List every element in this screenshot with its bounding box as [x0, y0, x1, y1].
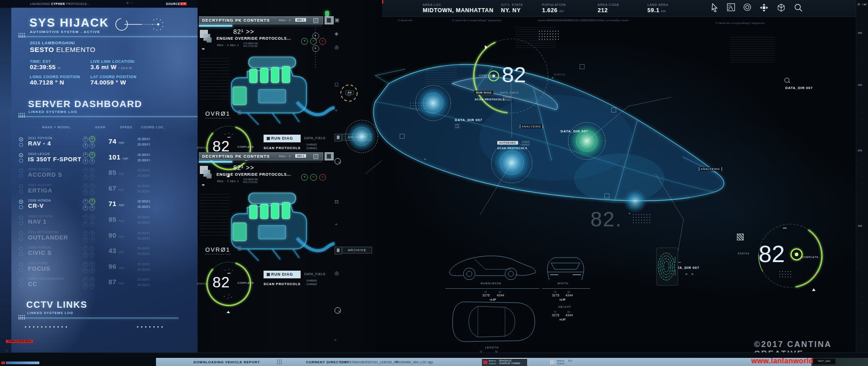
node-icon[interactable]: ▫: [335, 337, 336, 343]
footer-progress-chip: [6, 361, 39, 364]
record-chip-icon: [483, 361, 487, 364]
decrypt-progress-bar: [199, 25, 322, 27]
search-icon[interactable]: [784, 78, 789, 83]
document-chip-icon[interactable]: [325, 152, 334, 160]
lat-label: LAT COORD POSITION: [90, 75, 137, 79]
node-icon[interactable]: ⊡: [335, 199, 339, 205]
run-diag-button[interactable]: RUN DIAG: [264, 135, 301, 142]
window-icon[interactable]: ▣: [335, 17, 339, 23]
panel-header-icon[interactable]: [313, 18, 318, 23]
terminal-text: C:/work>dir s:/engineDiag/* pkg/os/s/p: [452, 19, 501, 22]
abort-button[interactable]: −: [319, 38, 326, 45]
divider: [18, 116, 198, 117]
livelink-value: 3.6 mi W / 33rd St: [90, 64, 132, 70]
confirm-button[interactable]: +: [301, 174, 308, 181]
run-diag-button[interactable]: RUN DIAG: [264, 271, 301, 278]
table-row[interactable]: 2011 MITSUBISHI OUTLANDER PDRN 90 mph 28…: [18, 229, 198, 243]
target-vehicle-year: 2015 LAMBORGHINI: [30, 41, 75, 45]
device-loc-box: 8833x101234x10 DEVICE/LOC43.64/53.80 -74…: [482, 358, 527, 366]
row-coords: 28.3834'128.3834'1: [137, 183, 150, 194]
scan-protocols-label: SCAN PROTOCOLS: [497, 147, 527, 150]
land-area-cell: LAND AREA59.1 km: [647, 3, 669, 14]
document-chip-icon[interactable]: [325, 16, 334, 24]
fingerprint-scanner[interactable]: [656, 248, 678, 286]
crosshair-icon: [277, 359, 282, 365]
page-title: SYS HIJACK: [29, 16, 109, 30]
ruler: [862, 18, 862, 343]
row-model: IS 350T F-SPORT: [28, 156, 81, 163]
orbit-icon[interactable]: ◎: [335, 44, 339, 50]
search-icon[interactable]: [335, 307, 341, 314]
row-speed: 101 mph: [108, 153, 128, 161]
cctv-link-dots[interactable]: [24, 326, 69, 328]
cube-icon[interactable]: [777, 3, 786, 12]
table-row[interactable]: 2015 LEXUS IS 350T F-SPORT PDRN 101 mph …: [18, 150, 198, 165]
dot-icon: ∘: [335, 221, 338, 227]
row-coords: 28.3834'128.3834'1: [137, 199, 150, 210]
image-icon[interactable]: [727, 3, 735, 11]
dot-decoration: [18, 33, 25, 38]
panel-header[interactable]: DECRYPTING PK CONTENTS REG - 3 SEC 1: [199, 16, 323, 24]
sec-badge: SEC 1: [295, 154, 306, 158]
search-icon[interactable]: [794, 3, 803, 12]
data-dir-label: DATA_DIR 007 OVR -OVR -: [455, 115, 482, 129]
table-row[interactable]: 2011 TOYOTA RAV - 4 PDRN 74 mph 28.3834'…: [18, 135, 198, 149]
ruler-tick-label: 385: [858, 225, 862, 227]
col-make-model: MAKE + MODEL: [42, 126, 71, 129]
source-tag: SYB: [180, 2, 187, 5]
data-noise: [515, 27, 556, 49]
prev-next-arrows[interactable]: < >: [685, 272, 695, 276]
diamond-icon[interactable]: ◈: [335, 31, 338, 37]
table-row[interactable]: 2006 TOYOTA NAV 1 PDRN 95 mph 28.3834'12…: [18, 213, 198, 227]
cursor-icon[interactable]: [711, 3, 719, 12]
gauge-complete-label: COMPLETE: [802, 256, 819, 258]
alert-tick: [382, 0, 383, 4]
confirm-button[interactable]: +: [301, 38, 308, 45]
table-header: MAKE + MODEL GEAR SPEED COORD LOC.: [18, 126, 198, 130]
long-value: 40.7128 ° N: [30, 79, 64, 86]
reg-label: REG - 3: [279, 155, 291, 158]
panel-header-icon[interactable]: [313, 154, 318, 159]
minus-button[interactable]: −: [310, 38, 317, 45]
panel-title: DECRYPTING PK CONTENTS: [202, 18, 270, 23]
cctv-subtitle: LINKED SYSTEMS LOG: [27, 311, 73, 315]
row-coords: 28.3834'128.3834'1: [137, 136, 150, 147]
table-row[interactable]: 2008 HONDA CIVIC S PDRN 43 mph 28.3834'1…: [18, 244, 198, 258]
lat-value: 74.0059 ° W: [90, 79, 126, 86]
table-row[interactable]: 2009 VOLKSWAGEN CC PDRN 87 mph 28.3834'1…: [18, 275, 198, 290]
decrypt-percent: 82¹ >>: [233, 164, 254, 171]
scan-protocols-label: SCAN PROTOCOLS: [264, 146, 301, 150]
data-field-label: DATA_FIELD: [304, 272, 326, 276]
gear-indicator: PDRN: [83, 168, 98, 179]
power-link-icon: [114, 16, 168, 33]
table-row[interactable]: 2003 SUZUKI ERTIGA PDRN 67 mph 28.3834'1…: [18, 182, 198, 196]
decrypt-gauge: STATUS 82 COMPLETE: [203, 258, 255, 310]
dot-decoration: [778, 270, 792, 278]
divider: [18, 318, 179, 318]
gear-indicator: PDRN: [83, 152, 98, 164]
window-controls[interactable]: ⊖ ǀ◂ǀ: [857, 2, 867, 6]
orbit-icon[interactable]: ◎: [335, 270, 339, 276]
row-year-make: 2006 TOYOTA: [28, 214, 52, 218]
gear-indicator: PDRN: [83, 199, 98, 211]
width-label: WIDTH: [557, 282, 569, 285]
table-row[interactable]: 2011 FORD FOCUS PDRN 96 mph 28.3834'128.…: [18, 260, 198, 274]
table-row[interactable]: 2006 HONDA ACCORD S PDRN 85 mph 28.3834'…: [18, 166, 198, 180]
row-model: ERTIGA: [28, 187, 52, 194]
run-diag-button[interactable]: RUN DIAG: [474, 90, 494, 95]
data-noise: [730, 37, 775, 64]
watermark-tag: TEXT_1001: [813, 359, 835, 364]
cctv-link-dots[interactable]: [136, 326, 165, 328]
panel-header[interactable]: DECRYPTING PK CONTENTS REG - 3 SEC 1: [199, 152, 323, 160]
record-target-icon[interactable]: [743, 3, 751, 11]
abort-button[interactable]: −: [319, 174, 326, 181]
chevron-icon[interactable]: ≻: [396, 360, 399, 364]
minus-button[interactable]: −: [310, 174, 317, 181]
move-icon[interactable]: [760, 3, 769, 12]
left-edge-strip: [0, 0, 11, 366]
row-model: CIVIC S: [28, 249, 52, 256]
autoexec-button[interactable]: AUTOEXEC: [497, 141, 518, 145]
row-year-make: 2008 HONDA: [28, 198, 51, 202]
analysis-gauge-bottom: STATUS 82 COMPLETE: [733, 220, 837, 301]
table-row[interactable]: 2008 HONDA CR-V PDRN 71 mph 28.3834'128.…: [18, 197, 198, 211]
